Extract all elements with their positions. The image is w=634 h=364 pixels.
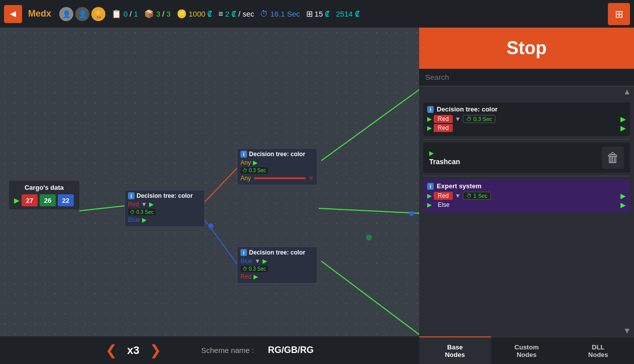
search-bar: [419, 69, 634, 86]
topbar: ◄ Medx 👤 👤 🏆 📋 0 / 1 📦 3 / 3 🪙 1000 ₡ ≡ …: [0, 0, 634, 28]
dtree1-header: i Decision tree: color: [240, 151, 314, 158]
dtree3-arrow1: ▶: [263, 258, 267, 265]
svg-point-7: [366, 234, 372, 240]
timer-value: 16.1: [270, 10, 285, 18]
rate-label: / sec: [238, 10, 255, 18]
rate-symbol: ₡: [231, 10, 236, 19]
dtree1-x: ✕: [309, 175, 314, 182]
dtree1-info-badge: i: [240, 151, 247, 158]
panel-dtree-header: i Decision tree: color: [427, 105, 626, 113]
panel-dtree-row2: ▶ Red ▶: [427, 124, 626, 132]
trashcan-label: Trashcan: [429, 158, 596, 166]
coins-symbol: ₡: [207, 10, 212, 19]
avatar-1: 👤: [59, 7, 73, 21]
panel-dtree-play: ▶: [427, 115, 432, 123]
queue-icon: 📋: [111, 9, 121, 19]
panel-expert-system[interactable]: i Expert system ▶ Red ▼ ⏱ 1 Sec ▶ ▶ Else…: [423, 179, 630, 213]
avatar-2: 👤: [75, 7, 89, 21]
queue-current: 0: [123, 10, 128, 18]
panel-dtree-dropdown: ▼: [455, 115, 461, 123]
panel-scroll: i Decision tree: color ▶ Red ▼ ⏱ 0.3 Sec…: [419, 97, 634, 325]
dtree-node-3[interactable]: i Decision tree: color Blue ▼ ▶ ⏱ 0.3 Se…: [237, 247, 317, 284]
svg-point-6: [208, 223, 213, 228]
total-stat: 2514 ₡: [336, 10, 359, 19]
dtree3-info-badge: i: [240, 249, 247, 256]
coins-stat: 🪙 1000 ₡: [177, 9, 212, 19]
panel-dtree-timer: ⏱ 0.3 Sec: [463, 115, 495, 123]
dtree2-info-badge: i: [128, 192, 135, 199]
svg-line-0: [79, 206, 124, 211]
panel-dtree-output-arrow: ▶: [620, 115, 626, 123]
dtree2-color-blue: Blue: [128, 216, 140, 223]
dtree-node-2[interactable]: i Decision tree: color Red ▼ ▶ ⏱ 0.3 Sec…: [124, 190, 205, 227]
cargo-items: 27 26 22: [22, 194, 74, 206]
dtree-node-1[interactable]: i Decision tree: color Any ▶ ⏱ 0.3 Sec A…: [237, 148, 317, 185]
scroll-up-arrow[interactable]: ▲: [623, 87, 631, 96]
panel-dtree-red-tag: Red: [434, 115, 453, 123]
tab-base-nodes[interactable]: BaseNodes: [419, 336, 491, 364]
avatars: 👤 👤 🏆: [59, 7, 105, 21]
search-input[interactable]: [425, 73, 628, 81]
expert-else: Else: [434, 201, 453, 209]
dtree1-row3: Any ✕: [240, 175, 314, 182]
coins-value: 1000: [189, 10, 205, 18]
dtree1-row2: ⏱ 0.3 Sec: [240, 167, 314, 174]
right-panel: Stop ▲ i Decision tree: color ▶ Red ▼ ⏱ …: [419, 28, 634, 336]
dtree1-title: Decision tree: color: [249, 151, 305, 158]
queue-slash: /: [130, 10, 132, 18]
cargo-node[interactable]: Cargo's data ▶ 27 26 22: [9, 181, 79, 209]
tab-dll-nodes[interactable]: DLLNodes: [562, 336, 634, 364]
dtree2-arrow: ▶: [149, 201, 154, 208]
expert-row2: ▶ Else ▶: [427, 201, 626, 209]
rate-icon: ≡: [218, 10, 223, 19]
svg-line-1: [205, 168, 237, 202]
bottombar: ❮ x3 ❯ Scheme name : RG/GB/RG: [0, 336, 419, 364]
dtree3-timer: ⏱ 0.3 Sec: [240, 266, 268, 272]
svg-line-5: [319, 208, 419, 213]
svg-line-2: [205, 220, 237, 264]
panel-dtree-play2: ▶: [427, 125, 432, 132]
dtree3-dropdown: ▼: [255, 258, 261, 265]
dtree3-row1: Blue ▼ ▶: [240, 258, 314, 265]
delivery-icon: 📦: [144, 9, 154, 19]
dtree2-title: Decision tree: color: [137, 192, 193, 199]
panel-decision-tree-color[interactable]: i Decision tree: color ▶ Red ▼ ⏱ 0.3 Sec…: [423, 102, 630, 136]
canvas-area: Cargo's data ▶ 27 26 22 i Decision tree:…: [0, 28, 419, 364]
dtree3-title: Decision tree: color: [249, 249, 305, 256]
dtree2-row3: Blue ▶: [128, 216, 201, 223]
expert-output-arrow: ▶: [620, 192, 626, 200]
svg-point-8: [409, 211, 414, 216]
stop-button[interactable]: Stop: [419, 28, 634, 69]
dtree3-header: i Decision tree: color: [240, 249, 314, 256]
left-arrow[interactable]: ❮: [105, 342, 117, 358]
scheme-name-value: RG/GB/RG: [268, 345, 314, 355]
top-right-button[interactable]: ⊞: [608, 3, 630, 25]
back-icon: ◄: [8, 8, 18, 20]
panel-separator-1: [423, 139, 630, 140]
expert-row1: ▶ Red ▼ ⏱ 1 Sec ▶: [427, 192, 626, 200]
right-arrow[interactable]: ❯: [150, 342, 161, 358]
total-value: 2514: [336, 10, 352, 18]
delivery-current: 3: [156, 10, 160, 18]
timer-label: Sec: [287, 10, 300, 18]
panel-dtree-red-tag2: Red: [434, 124, 453, 132]
dtree2-dropdown: ▼: [141, 201, 147, 208]
score-icon: ⊞: [306, 9, 313, 19]
dtree3-row2: ⏱ 0.3 Sec: [240, 266, 314, 272]
scroll-down-arrow[interactable]: ▼: [623, 326, 631, 335]
total-symbol: ₡: [355, 10, 360, 19]
back-button[interactable]: ◄: [4, 5, 22, 23]
stop-label: Stop: [506, 38, 547, 58]
cargo-item-red: 27: [22, 194, 38, 206]
tab-custom-nodes[interactable]: CustomNodes: [491, 336, 563, 364]
expert-else-arrow: ▶: [620, 201, 626, 209]
multiplier-display: x3: [127, 344, 139, 357]
panel-trashcan[interactable]: ▶ Trashcan 🗑: [423, 143, 630, 173]
panel-dtree-info-badge: i: [427, 106, 434, 113]
panel-dtree-title: Decision tree: color: [437, 105, 497, 113]
svg-line-3: [321, 88, 419, 161]
panel-dtree-output-arrow2: ▶: [620, 124, 626, 132]
rate-value: 2: [225, 10, 229, 18]
dtree2-row2: ⏱ 0.3 Sec: [128, 209, 201, 215]
panel-dtree-row1: ▶ Red ▼ ⏱ 0.3 Sec ▶: [427, 115, 626, 123]
